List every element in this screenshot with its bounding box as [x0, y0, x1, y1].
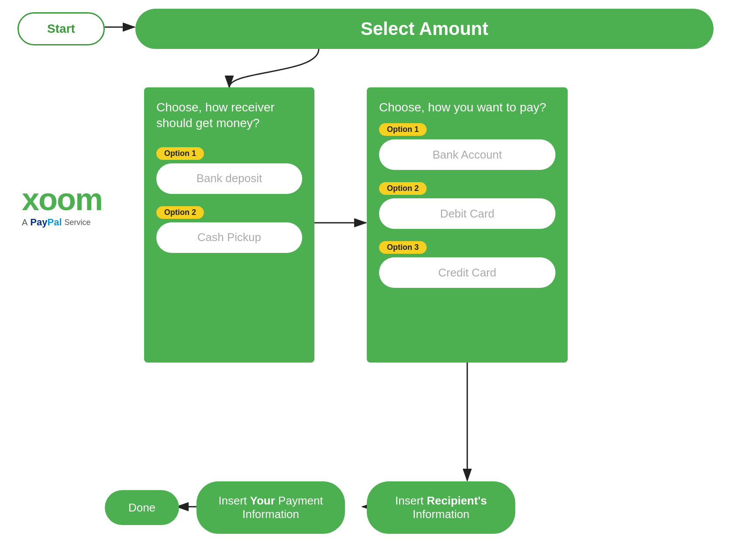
receiver-badge-1: Option 1 [156, 147, 204, 160]
paypal-service: Service [65, 218, 91, 227]
receiver-badge-2: Option 2 [156, 206, 204, 219]
insert-recipient-node[interactable]: Insert Recipient'sInformation [367, 481, 515, 534]
payment-option-3: Option 3 Credit Card [379, 241, 555, 288]
payment-pill-3[interactable]: Credit Card [379, 257, 555, 288]
xoom-logo: xoom A PayPal Service [22, 183, 135, 228]
payment-badge-2: Option 2 [379, 182, 427, 195]
paypal-line: A PayPal Service [22, 217, 135, 228]
receiver-option-1: Option 1 Bank deposit [156, 147, 302, 194]
done-label: Done [128, 501, 155, 515]
insert-recipient-label: Insert Recipient'sInformation [395, 494, 487, 521]
box-payment: Choose, how you want to pay? Option 1 Ba… [367, 87, 568, 363]
payment-pill-1[interactable]: Bank Account [379, 139, 555, 170]
diagram-container: Start Select Amount xoom A PayPal Servic… [0, 0, 731, 560]
payment-option-2: Option 2 Debit Card [379, 182, 555, 229]
payment-badge-3: Option 3 [379, 241, 427, 254]
insert-payment-node[interactable]: Insert Your PaymentInformation [197, 481, 345, 534]
payment-pill-2[interactable]: Debit Card [379, 198, 555, 229]
start-node: Start [17, 12, 105, 45]
payment-badge-1: Option 1 [379, 123, 427, 136]
paypal-a: A [22, 218, 28, 228]
start-label: Start [47, 22, 75, 36]
insert-payment-label: Insert Your PaymentInformation [218, 494, 323, 521]
select-amount-label: Select Amount [361, 18, 488, 39]
receiver-title: Choose, how receiver should get money? [156, 100, 302, 131]
paypal-brand: PayPal [30, 217, 62, 228]
receiver-option-2: Option 2 Cash Pickup [156, 206, 302, 253]
done-node[interactable]: Done [105, 490, 179, 525]
paypal-pay: Pay [30, 217, 47, 228]
receiver-pill-2[interactable]: Cash Pickup [156, 222, 302, 253]
arrows-svg [0, 0, 731, 560]
receiver-pill-1[interactable]: Bank deposit [156, 163, 302, 194]
payment-title: Choose, how you want to pay? [379, 100, 555, 115]
xoom-text: xoom [22, 183, 135, 215]
select-amount-node[interactable]: Select Amount [135, 9, 714, 49]
payment-option-1: Option 1 Bank Account [379, 123, 555, 170]
box-receiver: Choose, how receiver should get money? O… [144, 87, 314, 363]
paypal-pal: Pal [48, 217, 62, 228]
